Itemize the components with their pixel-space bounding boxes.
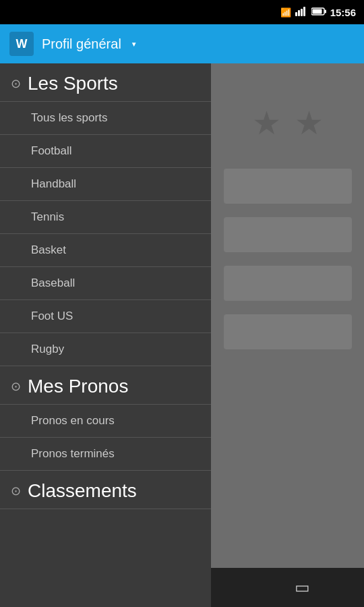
dropdown-icon[interactable]: ▼ [131,40,138,48]
sidebar-item-rugby[interactable]: Rugby [0,333,211,366]
sidebar-item-baseball[interactable]: Baseball [0,267,211,300]
sidebar-item-pronos-termines[interactable]: Pronos terminés [0,438,211,471]
sidebar-item-foot-us[interactable]: Foot US [0,300,211,333]
les-sports-icon: ⊙ [11,76,21,91]
svg-rect-6 [312,9,322,13]
svg-rect-5 [324,9,326,13]
sidebar-item-handball[interactable]: Handball [0,168,211,201]
mes-pronos-icon: ⊙ [11,379,21,394]
battery-icon [311,7,326,18]
status-time: 15:56 [330,7,356,18]
content-area: ★ ★ [211,63,364,607]
svg-rect-1 [298,10,300,16]
signal-icon [295,7,307,18]
section-classements: ⊙ Classements [0,471,211,509]
section-mes-pronos: ⊙ Mes Pronos [0,366,211,405]
mes-pronos-title: Mes Pronos [28,376,128,397]
app-bar: W Profil général ▼ [0,24,364,63]
sidebar-item-pronos-en-cours[interactable]: Pronos en cours [0,405,211,438]
app-logo: W [9,32,34,56]
wifi-icon: 📶 [280,7,291,18]
sidebar-item-tennis[interactable]: Tennis [0,201,211,234]
svg-rect-2 [301,9,303,16]
les-sports-title: Les Sports [28,73,118,94]
main-layout: ⊙ Les Sports Tous les sports Football Ha… [0,63,364,607]
sidebar-item-football[interactable]: Football [0,135,211,168]
classements-icon: ⊙ [11,484,21,498]
sidebar: ⊙ Les Sports Tous les sports Football Ha… [0,63,211,607]
recents-button[interactable]: ▭ [278,573,326,602]
sidebar-item-basket[interactable]: Basket [0,234,211,267]
status-icons: 📶 15:56 [280,7,356,18]
content-overlay [211,63,364,607]
sidebar-item-tous-les-sports[interactable]: Tous les sports [0,102,211,135]
section-les-sports: ⊙ Les Sports [0,63,211,102]
svg-rect-0 [295,12,297,16]
status-bar: 📶 15:56 [0,0,364,24]
classements-title: Classements [28,480,137,502]
app-title: Profil général [42,36,121,52]
svg-rect-3 [303,7,305,16]
